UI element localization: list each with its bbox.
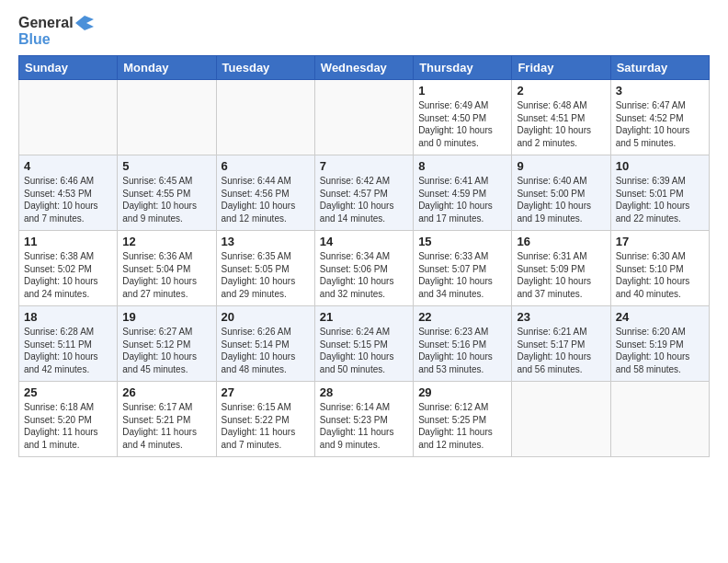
day-number: 10 [616, 159, 704, 173]
day-number: 22 [418, 310, 506, 324]
day-number: 19 [122, 310, 210, 324]
day-number: 9 [517, 159, 605, 173]
day-info: Sunrise: 6:42 AM Sunset: 4:57 PM Dayligh… [320, 175, 408, 224]
calendar-cell: 19Sunrise: 6:27 AM Sunset: 5:12 PM Dayli… [118, 306, 216, 382]
day-number: 16 [517, 235, 605, 248]
calendar-week-3: 11Sunrise: 6:38 AM Sunset: 5:02 PM Dayli… [19, 231, 710, 306]
day-info: Sunrise: 6:48 AM Sunset: 4:51 PM Dayligh… [517, 99, 605, 149]
calendar-cell: 21Sunrise: 6:24 AM Sunset: 5:15 PM Dayli… [314, 306, 413, 382]
day-info: Sunrise: 6:12 AM Sunset: 5:25 PM Dayligh… [418, 401, 506, 451]
day-number: 15 [418, 235, 506, 248]
calendar-cell: 27Sunrise: 6:15 AM Sunset: 5:22 PM Dayli… [216, 382, 314, 457]
weekday-header-row: SundayMondayTuesdayWednesdayThursdayFrid… [19, 56, 710, 80]
calendar-week-1: 1Sunrise: 6:49 AM Sunset: 4:50 PM Daylig… [19, 80, 710, 155]
day-number: 24 [616, 310, 704, 324]
weekday-header-tuesday: Tuesday [216, 56, 314, 80]
logo-text-general: General [18, 15, 74, 31]
calendar-cell: 25Sunrise: 6:18 AM Sunset: 5:20 PM Dayli… [19, 382, 118, 457]
weekday-header-sunday: Sunday [19, 56, 118, 80]
logo-graphic: General Blue [18, 15, 94, 48]
calendar-cell: 24Sunrise: 6:20 AM Sunset: 5:19 PM Dayli… [610, 306, 709, 382]
day-number: 21 [320, 310, 408, 324]
calendar-cell: 13Sunrise: 6:35 AM Sunset: 5:05 PM Dayli… [216, 231, 314, 306]
day-number: 3 [616, 84, 704, 98]
weekday-header-thursday: Thursday [414, 56, 512, 80]
day-info: Sunrise: 6:30 AM Sunset: 5:10 PM Dayligh… [616, 250, 704, 300]
day-info: Sunrise: 6:45 AM Sunset: 4:55 PM Dayligh… [122, 175, 210, 224]
calendar-cell [610, 382, 709, 457]
day-info: Sunrise: 6:15 AM Sunset: 5:22 PM Dayligh… [222, 401, 310, 451]
day-number: 7 [320, 159, 408, 173]
day-info: Sunrise: 6:41 AM Sunset: 4:59 PM Dayligh… [418, 175, 506, 224]
calendar-cell [512, 382, 610, 457]
calendar-cell: 5Sunrise: 6:45 AM Sunset: 4:55 PM Daylig… [118, 155, 216, 231]
page: General Blue SundayMondayTuesdayWednesda… [0, 0, 728, 563]
calendar-cell: 8Sunrise: 6:41 AM Sunset: 4:59 PM Daylig… [414, 155, 512, 231]
weekday-header-wednesday: Wednesday [314, 56, 413, 80]
day-info: Sunrise: 6:34 AM Sunset: 5:06 PM Dayligh… [320, 250, 408, 300]
day-info: Sunrise: 6:14 AM Sunset: 5:23 PM Dayligh… [320, 401, 408, 451]
day-info: Sunrise: 6:31 AM Sunset: 5:09 PM Dayligh… [517, 250, 605, 300]
calendar-cell: 4Sunrise: 6:46 AM Sunset: 4:53 PM Daylig… [19, 155, 118, 231]
day-number: 11 [24, 235, 112, 248]
day-info: Sunrise: 6:24 AM Sunset: 5:15 PM Dayligh… [320, 326, 408, 375]
day-number: 12 [122, 235, 210, 248]
day-info: Sunrise: 6:17 AM Sunset: 5:21 PM Dayligh… [122, 401, 210, 451]
day-number: 5 [122, 159, 210, 173]
day-number: 29 [418, 385, 506, 399]
day-number: 18 [24, 310, 112, 324]
day-info: Sunrise: 6:38 AM Sunset: 5:02 PM Dayligh… [24, 250, 112, 300]
calendar-table: SundayMondayTuesdayWednesdayThursdayFrid… [18, 55, 710, 457]
calendar-cell: 2Sunrise: 6:48 AM Sunset: 4:51 PM Daylig… [512, 80, 610, 155]
logo-bird-icon [75, 16, 94, 30]
calendar-cell: 7Sunrise: 6:42 AM Sunset: 4:57 PM Daylig… [314, 155, 413, 231]
day-number: 1 [418, 84, 506, 98]
calendar-week-5: 25Sunrise: 6:18 AM Sunset: 5:20 PM Dayli… [19, 382, 710, 457]
weekday-header-saturday: Saturday [610, 56, 709, 80]
calendar-cell: 15Sunrise: 6:33 AM Sunset: 5:07 PM Dayli… [414, 231, 512, 306]
calendar-cell: 29Sunrise: 6:12 AM Sunset: 5:25 PM Dayli… [414, 382, 512, 457]
day-info: Sunrise: 6:26 AM Sunset: 5:14 PM Dayligh… [222, 326, 310, 375]
calendar-cell: 1Sunrise: 6:49 AM Sunset: 4:50 PM Daylig… [414, 80, 512, 155]
day-number: 28 [320, 385, 408, 399]
calendar-week-4: 18Sunrise: 6:28 AM Sunset: 5:11 PM Dayli… [19, 306, 710, 382]
day-info: Sunrise: 6:18 AM Sunset: 5:20 PM Dayligh… [24, 401, 112, 451]
logo-text-blue: Blue [18, 31, 51, 48]
day-info: Sunrise: 6:23 AM Sunset: 5:16 PM Dayligh… [418, 326, 506, 375]
calendar-cell: 16Sunrise: 6:31 AM Sunset: 5:09 PM Dayli… [512, 231, 610, 306]
calendar-cell [118, 80, 216, 155]
day-number: 26 [122, 385, 210, 399]
day-info: Sunrise: 6:28 AM Sunset: 5:11 PM Dayligh… [24, 326, 112, 375]
calendar-cell: 14Sunrise: 6:34 AM Sunset: 5:06 PM Dayli… [314, 231, 413, 306]
day-number: 14 [320, 235, 408, 248]
weekday-header-monday: Monday [118, 56, 216, 80]
day-number: 4 [24, 159, 112, 173]
day-info: Sunrise: 6:35 AM Sunset: 5:05 PM Dayligh… [222, 250, 310, 300]
calendar-week-2: 4Sunrise: 6:46 AM Sunset: 4:53 PM Daylig… [19, 155, 710, 231]
day-info: Sunrise: 6:47 AM Sunset: 4:52 PM Dayligh… [616, 99, 704, 149]
day-info: Sunrise: 6:27 AM Sunset: 5:12 PM Dayligh… [122, 326, 210, 375]
day-info: Sunrise: 6:40 AM Sunset: 5:00 PM Dayligh… [517, 175, 605, 224]
calendar-cell [19, 80, 118, 155]
day-info: Sunrise: 6:39 AM Sunset: 5:01 PM Dayligh… [616, 175, 704, 224]
day-info: Sunrise: 6:33 AM Sunset: 5:07 PM Dayligh… [418, 250, 506, 300]
day-info: Sunrise: 6:21 AM Sunset: 5:17 PM Dayligh… [517, 326, 605, 375]
logo: General Blue [18, 15, 94, 48]
day-number: 2 [517, 84, 605, 98]
day-number: 17 [616, 235, 704, 248]
calendar-cell: 23Sunrise: 6:21 AM Sunset: 5:17 PM Dayli… [512, 306, 610, 382]
calendar-cell [314, 80, 413, 155]
calendar-cell: 9Sunrise: 6:40 AM Sunset: 5:00 PM Daylig… [512, 155, 610, 231]
day-info: Sunrise: 6:49 AM Sunset: 4:50 PM Dayligh… [418, 99, 506, 149]
weekday-header-friday: Friday [512, 56, 610, 80]
calendar-cell: 28Sunrise: 6:14 AM Sunset: 5:23 PM Dayli… [314, 382, 413, 457]
calendar-cell: 3Sunrise: 6:47 AM Sunset: 4:52 PM Daylig… [610, 80, 709, 155]
calendar-cell: 10Sunrise: 6:39 AM Sunset: 5:01 PM Dayli… [610, 155, 709, 231]
day-number: 6 [222, 159, 310, 173]
day-number: 20 [222, 310, 310, 324]
calendar-cell: 12Sunrise: 6:36 AM Sunset: 5:04 PM Dayli… [118, 231, 216, 306]
calendar-cell: 18Sunrise: 6:28 AM Sunset: 5:11 PM Dayli… [19, 306, 118, 382]
calendar-cell: 20Sunrise: 6:26 AM Sunset: 5:14 PM Dayli… [216, 306, 314, 382]
day-info: Sunrise: 6:44 AM Sunset: 4:56 PM Dayligh… [222, 175, 310, 224]
day-number: 23 [517, 310, 605, 324]
